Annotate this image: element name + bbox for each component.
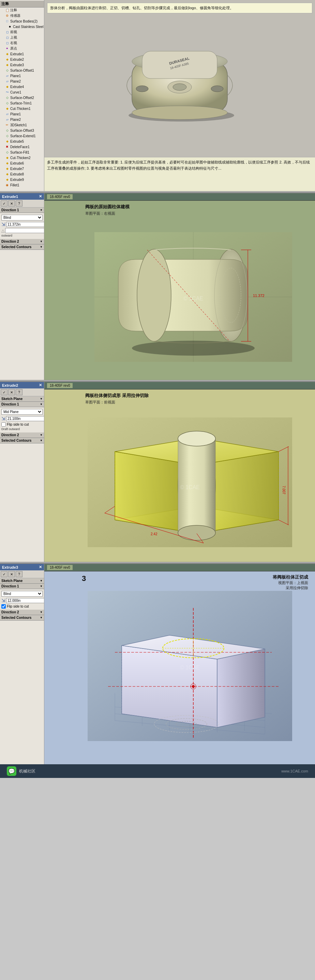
tree-item-extrude1[interactable]: ◆ Extrude1: [0, 51, 44, 57]
annotation-icon: 📋: [5, 8, 9, 13]
wechat-label: 机械社区: [19, 768, 35, 774]
tree-item-extrude9[interactable]: ◆ Extrude9: [0, 177, 44, 182]
view-title-bar2: 18-405F rev0: [44, 193, 315, 201]
tree-item-surface-trim1[interactable]: ◇ Surface-Trim1: [0, 100, 44, 106]
tree-item-extrude3[interactable]: ◆ Extrude3: [0, 62, 44, 68]
tree-item-label: Surface-Offset1: [10, 68, 34, 72]
tree-item-surface-offset1[interactable]: ◇ Surface-Offset1: [0, 68, 44, 73]
panel-header-extrude2: Extrude2 ✕: [0, 382, 44, 388]
tree-item-extrude2[interactable]: ◆ Extrude2: [0, 57, 44, 62]
step-number: 3: [82, 574, 86, 583]
tree-item[interactable]: 📋 注释: [0, 8, 44, 13]
tree-item-extrude5[interactable]: ◆ Extrude5: [0, 138, 44, 144]
flip-side-row: Flip side to cut: [2, 422, 43, 427]
selected-contours-section2: Selected Contours ▼: [0, 438, 44, 444]
flip-checkbox[interactable]: [2, 422, 6, 427]
tree-item-plane2b[interactable]: ▱ Plane2: [0, 117, 44, 122]
extrude-icon: ◆: [5, 166, 9, 171]
svg-point-10: [173, 84, 187, 91]
tree-item-curve1[interactable]: 〜 Curve1: [0, 89, 44, 95]
tree-item-label: Surface-Fill1: [10, 151, 29, 154]
cad-view4-area: © 1CAE: [71, 588, 308, 744]
view-tab4[interactable]: 18-405F rev0: [47, 565, 73, 570]
check-btn2[interactable]: ✓: [1, 389, 8, 395]
svg-text:11.372: 11.372: [253, 294, 264, 298]
cancel-btn2[interactable]: ✕: [8, 389, 15, 395]
tree-item-3dsketch1[interactable]: ✏ 3DSketch1: [0, 122, 44, 128]
direction1-type-select3[interactable]: Blind: [2, 591, 43, 597]
help-btn3[interactable]: ?: [16, 571, 22, 577]
tree-item-surface-extend1[interactable]: ◇ Surface-Extend1: [0, 133, 44, 138]
help-btn[interactable]: ?: [16, 200, 22, 207]
tree-item[interactable]: ⚙ 传感器: [0, 13, 44, 18]
tree-item-label: Surface-Offset2: [10, 96, 34, 100]
direction1-content3: Blind ⇲ Flip side to cut: [0, 589, 44, 609]
depth-input2[interactable]: [6, 416, 44, 421]
cancel-btn[interactable]: ✕: [8, 200, 15, 207]
tree-item[interactable]: ✦ 原点: [0, 46, 44, 51]
annotation-box: 形体分析，阀板由圆柱体进行剃切、正切、切槽、钻孔、切剖等步骤完成，最后做刻log…: [47, 3, 312, 13]
flip-side-row3: Flip side to cut: [2, 604, 43, 609]
tree-item-extrude6[interactable]: ◆ Extrude6: [0, 161, 44, 166]
title-line1: 阀板的原始圆柱体建模: [85, 204, 130, 211]
cad-view3-area: 7.007 2.42 © 1CAE: [71, 409, 308, 555]
check-btn3[interactable]: ✓: [1, 571, 8, 577]
direction1-type-select[interactable]: Blind: [2, 215, 43, 221]
selected-contours-section3: Selected Contours ▼: [0, 615, 44, 620]
tree-item-extrude8[interactable]: ◆ Extrude8: [0, 171, 44, 177]
tree-item-cut-thicken1[interactable]: ◆ Cut-Thicken1: [0, 106, 44, 111]
cancel-btn3[interactable]: ✕: [8, 571, 15, 577]
panel-close-icon[interactable]: ✕: [39, 565, 42, 570]
tree-item[interactable]: ◻ 上视: [0, 35, 44, 40]
tree-item-label: Extrude5: [10, 140, 24, 143]
view-tab3[interactable]: 18-405F rev0: [47, 383, 73, 388]
cut-icon: ◆: [5, 155, 9, 160]
surface-icon: □: [5, 19, 9, 24]
plane-icon: ◻: [5, 35, 9, 40]
tree-item-surface-offset3[interactable]: ◇ Surface-Offset3: [0, 128, 44, 133]
tree-item-deleteface1[interactable]: ✖ DeleteFace1: [0, 144, 44, 150]
direction1-section3: Direction 1 ▼: [0, 584, 44, 589]
tree-item-label: 传感器: [10, 13, 21, 18]
panel-close-icon[interactable]: ✕: [39, 383, 42, 387]
plane-icon: ▱: [5, 73, 9, 78]
tree-item[interactable]: □ Surface Bodies(2): [0, 18, 44, 24]
tree-item-plane1b[interactable]: ▱ Plane1: [0, 111, 44, 117]
tree-item[interactable]: ◻ 右视: [0, 40, 44, 46]
view-tab-model[interactable]: 18-405F rev0: [47, 194, 73, 199]
direction1-label2: Direction 1: [2, 402, 19, 406]
direction1-type-select2[interactable]: Mid Plane: [2, 409, 43, 415]
tree-item-label: Surface-Offset3: [10, 129, 34, 132]
tree-item-cut-thicken2[interactable]: ◆ Cut-Thicken2: [0, 155, 44, 161]
tree-item-label: 前视: [10, 30, 17, 35]
tree-item-extrude4[interactable]: ◆ Extrude4: [0, 84, 44, 89]
flip-checkbox3[interactable]: [2, 604, 6, 609]
svg-text:© 1CAE: © 1CAE: [184, 296, 203, 301]
tree-item-label: Extrude1: [10, 52, 24, 56]
title-line2: 视图平面：上视面: [273, 580, 308, 585]
tree-item-plane1[interactable]: ▱ Plane1: [0, 73, 44, 78]
tree-item-extrude7[interactable]: ◆ Extrude7: [0, 166, 44, 171]
help-btn2[interactable]: ?: [16, 389, 22, 395]
depth-input[interactable]: [6, 222, 44, 227]
tree-item[interactable]: ◻ 前视: [0, 29, 44, 35]
outward-label: outward: [2, 233, 43, 238]
tree-item-plane2[interactable]: ▱ Plane2: [0, 78, 44, 84]
tree-item-surface-offset2[interactable]: ◇ Surface-Offset2: [0, 95, 44, 100]
draft-input[interactable]: [5, 228, 44, 233]
main-cad-view1: 形体分析，阀板由圆柱体进行剃切、正切、切槽、钻孔、切剖等步骤完成，最后做刻log…: [44, 0, 315, 191]
check-btn[interactable]: ✓: [1, 200, 8, 207]
svg-point-35: [178, 431, 215, 446]
depth-input3[interactable]: [6, 598, 44, 603]
svg-point-6: [136, 86, 148, 92]
tree-item-label: Curve1: [10, 91, 21, 94]
direction1-label3: Direction 1: [2, 584, 19, 588]
tree-item[interactable]: ■ Cast Stainless Steel: [0, 24, 44, 29]
direction1-section2: Direction 1 ▼: [0, 402, 44, 407]
tree-item-surface-fill1[interactable]: ◇ Surface-Fill1: [0, 150, 44, 155]
svg-text:© 1CAE: © 1CAE: [180, 484, 200, 490]
tree-item-fillet1[interactable]: ◉ Fillet1: [0, 182, 44, 188]
surface-offset-icon: ◇: [5, 128, 9, 133]
panel-close-icon[interactable]: ✕: [39, 194, 42, 199]
surface-trim-icon: ◇: [5, 101, 9, 105]
